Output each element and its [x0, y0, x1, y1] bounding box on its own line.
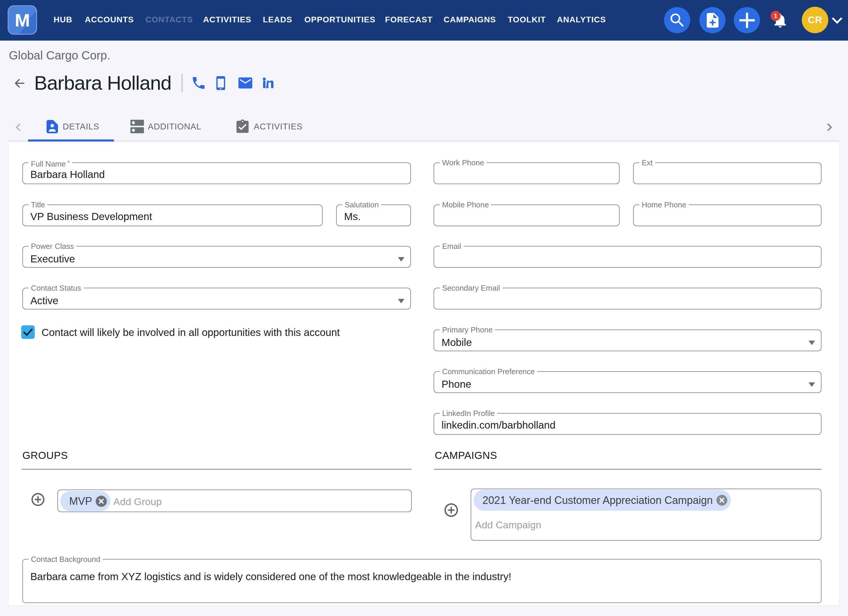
svg-text:M: M [15, 10, 30, 30]
